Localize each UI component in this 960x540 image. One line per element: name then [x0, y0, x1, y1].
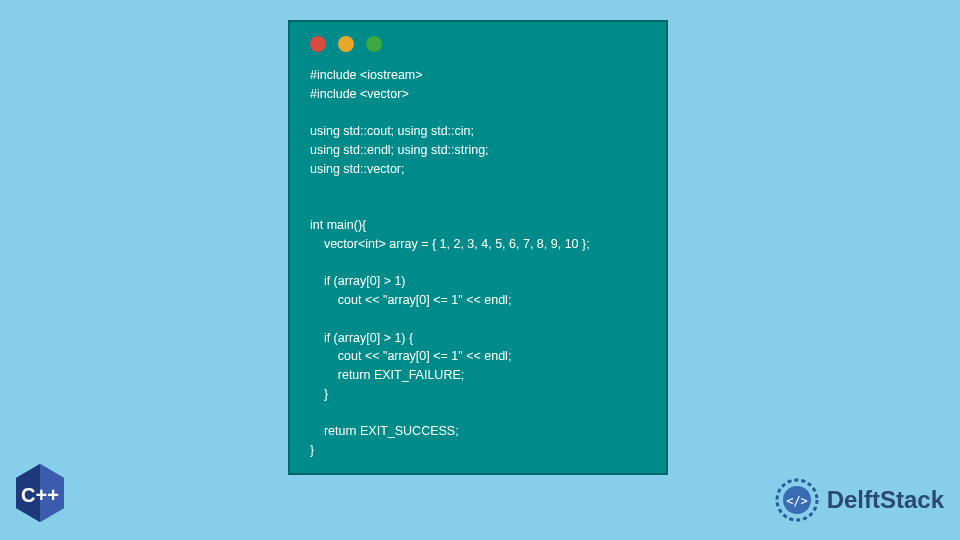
gear-icon: </>	[773, 476, 821, 524]
code-line: #include <iostream>	[310, 68, 423, 82]
code-line: return EXIT_SUCCESS;	[310, 424, 459, 438]
code-line: if (array[0] > 1) {	[310, 331, 413, 345]
maximize-icon	[366, 36, 382, 52]
code-line: vector<int> array = { 1, 2, 3, 4, 5, 6, …	[310, 237, 590, 251]
code-line: using std::cout; using std::cin;	[310, 124, 474, 138]
svg-text:C++: C++	[21, 484, 59, 506]
code-line: #include <vector>	[310, 87, 409, 101]
cpp-logo-icon: C++	[12, 462, 68, 524]
code-line: using std::vector;	[310, 162, 405, 176]
code-line: using std::endl; using std::string;	[310, 143, 489, 157]
code-line: if (array[0] > 1)	[310, 274, 406, 288]
window-titlebar-dots	[290, 22, 666, 60]
code-line: cout << "array[0] <= 1" << endl;	[310, 349, 511, 363]
code-line: }	[310, 443, 314, 457]
close-icon	[310, 36, 326, 52]
code-line: int main(){	[310, 218, 366, 232]
code-line: }	[310, 387, 328, 401]
svg-text:</>: </>	[786, 494, 808, 508]
code-line: return EXIT_FAILURE;	[310, 368, 464, 382]
code-content: #include <iostream> #include <vector> us…	[290, 60, 666, 466]
delftstack-logo: </> DelftStack	[773, 476, 944, 524]
code-window: #include <iostream> #include <vector> us…	[288, 20, 668, 475]
minimize-icon	[338, 36, 354, 52]
code-line: cout << "array[0] <= 1" << endl;	[310, 293, 511, 307]
delftstack-text: DelftStack	[827, 486, 944, 514]
